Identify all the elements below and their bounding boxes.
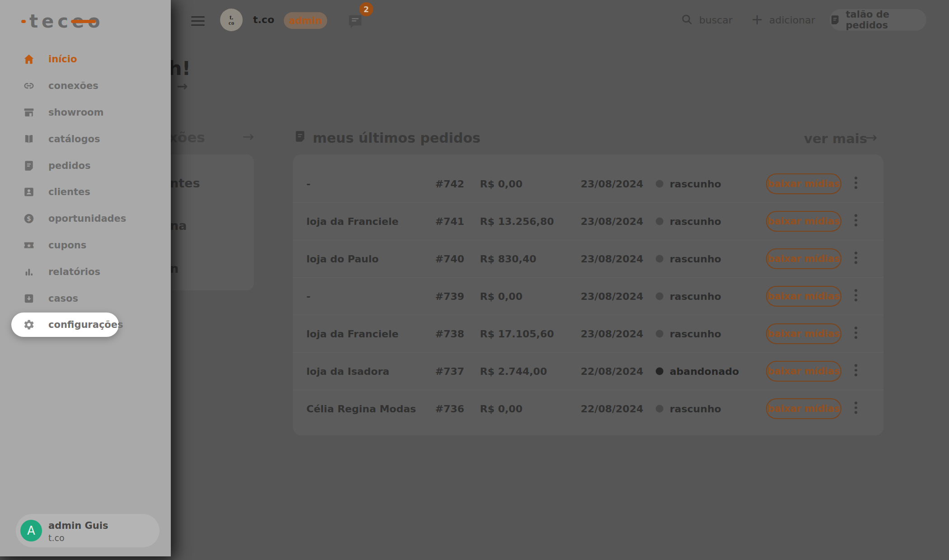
sidebar-item-label: showroom <box>48 107 103 118</box>
download-media-button[interactable]: baixar mídias <box>766 398 841 419</box>
sidebar-item-oportunidades[interactable]: $ oportunidades <box>0 205 171 232</box>
logo-strike-bar <box>71 20 96 23</box>
see-more-link[interactable]: ver mais <box>804 131 867 146</box>
order-number: #742 <box>435 178 464 190</box>
order-store: - <box>306 178 310 190</box>
connections-arrow-icon[interactable]: → <box>242 128 254 145</box>
table-row[interactable]: Célia Regina Modas #736 R$ 0,00 22/08/20… <box>293 390 883 427</box>
order-total: R$ 2.744,00 <box>480 366 547 377</box>
search-icon[interactable] <box>681 13 693 28</box>
row-menu-icon[interactable] <box>855 177 857 191</box>
order-number: #739 <box>435 291 464 302</box>
download-media-button[interactable]: baixar mídias <box>766 211 841 232</box>
app-root: t. co t.co admin 2 buscar + adicionar ta… <box>0 0 949 560</box>
workspace-avatar[interactable]: t. co <box>220 9 243 31</box>
status-label: rascunho <box>670 216 721 227</box>
connection-name-fragment: n <box>170 261 179 275</box>
download-media-button[interactable]: baixar mídias <box>766 248 841 269</box>
home-icon <box>23 53 35 65</box>
row-menu-icon[interactable] <box>855 401 857 416</box>
order-date: 23/08/2024 <box>581 178 644 190</box>
sidebar-item-conexoes[interactable]: conexões <box>0 73 171 99</box>
table-row[interactable]: loja da Franciele #738 R$ 17.105,60 23/0… <box>293 315 883 353</box>
add-button-label[interactable]: adicionar <box>769 14 815 26</box>
user-profile[interactable]: A admin Guis t.co <box>16 514 160 547</box>
order-number: #736 <box>435 403 464 415</box>
teceo-logo: teceo <box>20 11 120 32</box>
sidebar-item-label: conexões <box>48 80 99 91</box>
search-button-label[interactable]: buscar <box>699 14 733 26</box>
status-label: rascunho <box>670 291 721 302</box>
download-media-button[interactable]: baixar mídias <box>766 286 841 307</box>
order-number: #737 <box>435 366 464 377</box>
row-menu-icon[interactable] <box>855 252 857 266</box>
orders-card: - #742 R$ 0,00 23/08/2024 rascunho baixa… <box>293 154 883 435</box>
user-avatar-initial: A <box>27 524 35 537</box>
dollar-circle-icon: $ <box>23 213 35 224</box>
order-store: - <box>306 291 310 302</box>
user-org: t.co <box>48 533 65 543</box>
order-number: #741 <box>435 216 464 227</box>
status-dot <box>656 180 663 188</box>
sidebar-item-label: casos <box>48 293 78 304</box>
chat-icon[interactable] <box>348 14 362 31</box>
sidebar-item-configuracoes[interactable]: configurações <box>11 313 119 337</box>
order-pad-button[interactable]: talão de pedidos <box>830 9 926 31</box>
user-avatar: A <box>20 520 42 541</box>
sidebar-item-catalogos[interactable]: catálogos <box>0 126 171 152</box>
document-icon <box>23 160 35 172</box>
sidebar-nav: início conexões showroom <box>0 46 171 338</box>
table-row[interactable]: loja da Isadora #737 R$ 2.744,00 22/08/2… <box>293 353 883 390</box>
status-label: rascunho <box>670 328 721 340</box>
order-total: R$ 0,00 <box>480 403 522 415</box>
sidebar-item-label: pedidos <box>48 160 90 171</box>
status-label: rascunho <box>670 178 721 190</box>
row-menu-icon[interactable] <box>855 364 857 378</box>
table-row[interactable]: loja do Paulo #740 R$ 830,40 23/08/2024 … <box>293 240 883 278</box>
workspace-name[interactable]: t.co <box>253 14 274 25</box>
connections-header-fragment: xões <box>169 129 205 145</box>
sidebar-item-label: oportunidades <box>48 213 126 224</box>
order-date: 22/08/2024 <box>581 366 644 377</box>
row-menu-icon[interactable] <box>855 327 857 341</box>
sidebar-item-cupons[interactable]: ★ cupons <box>0 232 171 259</box>
order-total: R$ 13.256,80 <box>480 216 554 227</box>
order-store: loja da Franciele <box>306 216 399 227</box>
sidebar-item-inicio[interactable]: início <box>0 46 171 73</box>
order-pad-icon <box>830 14 841 26</box>
status-dot <box>656 255 663 263</box>
status-dot <box>656 293 663 300</box>
order-date: 23/08/2024 <box>581 216 644 227</box>
table-row[interactable]: loja da Franciele #741 R$ 13.256,80 23/0… <box>293 203 883 240</box>
order-store: loja da Isadora <box>306 366 390 377</box>
download-media-button[interactable]: baixar mídias <box>766 323 841 344</box>
row-menu-icon[interactable] <box>855 289 857 303</box>
order-store: Célia Regina Modas <box>306 403 416 415</box>
table-row[interactable]: - #739 R$ 0,00 23/08/2024 rascunho baixa… <box>293 278 883 315</box>
see-more-arrow-icon[interactable]: → <box>865 129 877 145</box>
download-media-button[interactable]: baixar mídias <box>766 361 841 382</box>
sidebar-item-casos[interactable]: casos <box>0 285 171 312</box>
status-label: rascunho <box>670 253 721 265</box>
sidebar-item-relatorios[interactable]: relatórios <box>0 258 171 285</box>
add-icon[interactable]: + <box>751 11 763 28</box>
sidebar-item-pedidos[interactable]: pedidos <box>0 152 171 179</box>
download-media-button[interactable]: baixar mídias <box>766 173 841 194</box>
case-archive-icon <box>23 293 35 304</box>
sidebar-item-showroom[interactable]: showroom <box>0 99 171 126</box>
row-menu-icon[interactable] <box>855 214 857 229</box>
status-label: rascunho <box>670 403 721 415</box>
chat-unread-count: 2 <box>364 5 369 14</box>
menu-icon[interactable] <box>191 16 205 26</box>
role-badge: admin <box>284 12 327 29</box>
sidebar-item-label: catálogos <box>48 134 100 145</box>
order-date: 23/08/2024 <box>581 291 644 302</box>
order-date: 23/08/2024 <box>581 253 644 265</box>
role-badge-label: admin <box>289 15 322 26</box>
sidebar-item-clientes[interactable]: clientes <box>0 179 171 205</box>
order-pad-label: talão de pedidos <box>846 9 926 31</box>
storefront-icon <box>23 107 35 118</box>
table-row[interactable]: - #742 R$ 0,00 23/08/2024 rascunho baixa… <box>293 165 883 203</box>
status-label: abandonado <box>670 366 739 377</box>
greeting-arrow-icon[interactable]: → <box>177 79 188 94</box>
